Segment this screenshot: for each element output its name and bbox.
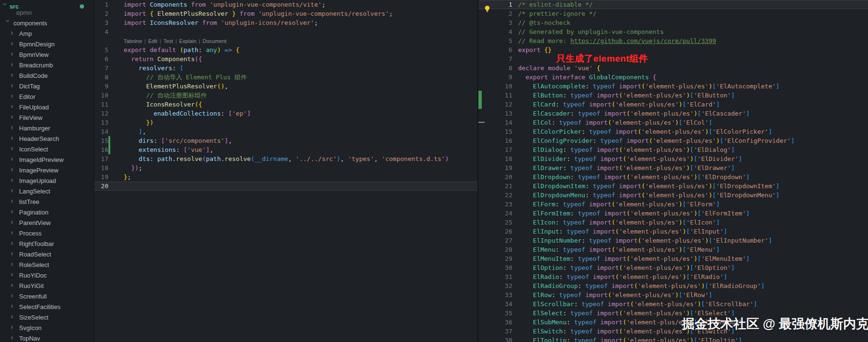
code-line[interactable]: 26 ElInput: typeof import('element-plus/… <box>478 227 868 236</box>
codelens-action-document[interactable]: Document <box>202 38 226 44</box>
code-line[interactable]: 9 export interface GlobalComponents { <box>478 73 868 82</box>
code-line[interactable]: 25 ElIcon: typeof import('element-plus/e… <box>478 218 868 227</box>
sidebar-folder-components[interactable]: › components <box>0 18 94 28</box>
sidebar-item-roleselect[interactable]: ›RoleSelect <box>0 259 94 270</box>
sidebar-item-fileview[interactable]: ›FileView <box>0 112 94 123</box>
code-line[interactable]: 1import Components from 'unplugin-vue-co… <box>94 0 477 9</box>
sidebar-item-righttoolbar[interactable]: ›RightToolbar <box>0 238 94 249</box>
sidebar-item-iconselect[interactable]: ›IconSelect <box>0 144 94 154</box>
sidebar-item-buildcode[interactable]: ›BuildCode <box>0 70 94 81</box>
code-line[interactable]: 14 ], <box>94 127 477 136</box>
code-line[interactable]: 19 ElDrawer: typeof import('element-plus… <box>478 163 868 172</box>
sidebar-item-svgicon[interactable]: ›SvgIcon <box>0 322 94 333</box>
code-line[interactable]: 29 ElMenuItem: typeof import('element-pl… <box>478 254 868 263</box>
code-line[interactable]: 15 ElColorPicker: typeof import('element… <box>478 127 868 136</box>
code-line[interactable]: 3import IconsResolver from 'unplugin-ico… <box>94 18 477 27</box>
code-line[interactable]: 13 }) <box>94 118 477 127</box>
code-line[interactable]: 5// Read more: https://github.com/vuejs/… <box>478 36 868 45</box>
sidebar-item-listtree[interactable]: ›listTree <box>0 196 94 207</box>
explorer-root-row[interactable]: › src <box>0 1 94 11</box>
code-line[interactable]: 30 ElOption: typeof import('element-plus… <box>478 263 868 272</box>
codelens-action-test[interactable]: Test <box>163 38 173 44</box>
code-line[interactable]: 18 ElDivider: typeof import('element-plu… <box>478 154 868 163</box>
sidebar-item-parentview[interactable]: ›ParentView <box>0 217 94 228</box>
sidebar-item-sizeselect[interactable]: ›SizeSelect <box>0 312 94 322</box>
code-line[interactable]: 32 ElRadioGroup: typeof import('element-… <box>478 281 868 290</box>
sidebar-item-headersearch[interactable]: ›HeaderSearch <box>0 133 94 144</box>
code-line[interactable]: 10 // 自动注册图标组件 <box>94 91 477 100</box>
sidebar-item-langselect[interactable]: ›LangSelect <box>0 186 94 196</box>
code-line[interactable]: 14 ElCol: typeof import('element-plus/es… <box>478 118 868 127</box>
code-line[interactable]: 7 resolvers: [ <box>94 64 477 73</box>
sidebar-item-pagination[interactable]: ›Pagination <box>0 207 94 217</box>
code-line[interactable]: 17 dts: path.resolve(path.resolve(__dirn… <box>94 154 477 163</box>
code-line[interactable]: 12 ElCard: typeof import('element-plus/e… <box>478 100 868 109</box>
code-line[interactable]: 21 ElDropdownItem: typeof import('elemen… <box>478 182 868 191</box>
code-line[interactable]: 11 IconsResolver({ <box>94 100 477 109</box>
sidebar-item-bpmnview[interactable]: ›BpmnView <box>0 49 94 60</box>
code-token: ] <box>746 255 750 262</box>
code-token <box>518 182 533 190</box>
code-line[interactable]: 9 ElementPlusResolver(), <box>94 82 477 91</box>
sidebar-item-amp[interactable]: ›Amp <box>0 28 94 39</box>
code-line[interactable]: 22 ElDropdownMenu: typeof import('elemen… <box>478 191 868 200</box>
code-line[interactable]: 38 ElTooltip: typeof import('element-plu… <box>478 336 868 342</box>
code-line[interactable]: 3// @ts-nocheck <box>478 18 868 27</box>
code-line[interactable]: 27 ElInputNumber: typeof import('element… <box>478 236 868 245</box>
codelens-action-tabnine[interactable]: Tabnine <box>124 38 142 44</box>
code-line[interactable]: 4// Generated by unplugin-vue-components <box>478 27 868 36</box>
sidebar-item-breadcrumb[interactable]: ›Breadcrumb <box>0 60 94 70</box>
sidebar-item-ruoyigit[interactable]: ›RuoYiGit <box>0 280 94 291</box>
code-line[interactable]: 10 ElAutocomplete: typeof import('elemen… <box>478 82 868 91</box>
code-line[interactable]: 1/* eslint-disable */ <box>478 0 868 9</box>
code-line[interactable]: 28 ElMenu: typeof import('element-plus/e… <box>478 245 868 254</box>
code-line[interactable]: 16 extensions: ['vue'], <box>94 145 477 154</box>
code-line[interactable]: 24 ElFormItem: typeof import('element-pl… <box>478 209 868 218</box>
code-line[interactable]: 16 ElConfigProvider: typeof import('elem… <box>478 136 868 145</box>
code-line[interactable]: 18 }); <box>94 163 477 172</box>
code-line[interactable]: 7 <box>478 54 868 64</box>
codelens-action-explain[interactable]: Explain <box>179 38 196 44</box>
gutter-spacer <box>108 45 110 54</box>
sidebar-item-bpmndesign[interactable]: ›BpmnDesign <box>0 39 94 49</box>
code-line[interactable]: 2/* prettier-ignore */ <box>478 9 868 18</box>
codelens-action-edit[interactable]: Edit <box>148 38 157 44</box>
code-token: 'element-plus/es' <box>612 119 675 126</box>
sidebar-item-screenfull[interactable]: ›Screenfull <box>0 291 94 301</box>
sidebar-item-process[interactable]: ›Process <box>0 228 94 238</box>
code-line[interactable]: 20 <box>94 182 477 191</box>
sidebar-item-selectfacilities[interactable]: ›SelectFacilities <box>0 301 94 312</box>
sidebar-item-imagepreview[interactable]: ›ImagePreview <box>0 165 94 175</box>
code-line[interactable]: 11 ElButton: typeof import('element-plus… <box>478 91 868 100</box>
sidebar-item-hamburger[interactable]: ›Hamburger <box>0 123 94 133</box>
sidebar-item-fileupload[interactable]: ›FileUpload <box>0 102 94 112</box>
sidebar-item-roadselect[interactable]: ›RoadSelect <box>0 249 94 259</box>
code-line[interactable]: 13 ElCascader: typeof import('element-pl… <box>478 109 868 118</box>
sidebar-item-imageidpreview[interactable]: ›ImageIdPreview <box>0 154 94 165</box>
code-line[interactable]: 34 ElScrollbar: typeof import('element-p… <box>478 299 868 309</box>
sidebar-item-dicttag[interactable]: ›DictTag <box>0 81 94 91</box>
code-line[interactable]: 6export {} <box>478 45 868 54</box>
code-token: 'element-plus/es' <box>630 210 694 217</box>
code-line[interactable]: 33 ElRow: typeof import('element-plus/es… <box>478 290 868 299</box>
code-line[interactable]: 2import { ElementPlusResolver } from 'un… <box>94 9 477 18</box>
code-line[interactable]: 23 ElForm: typeof import('element-plus/e… <box>478 200 868 209</box>
code-line[interactable]: 6 return Components({ <box>94 54 477 64</box>
sidebar-item-imageupload[interactable]: ›ImageUpload <box>0 175 94 186</box>
sidebar-item-clipped[interactable]: › bpmn <box>0 11 94 18</box>
gutter-deleted-marker <box>478 118 482 127</box>
code-line[interactable]: 31 ElRadio: typeof import('element-plus/… <box>478 272 868 281</box>
code-line[interactable]: 8declare module 'vue' { <box>478 64 868 73</box>
sidebar-item-ruoyidoc[interactable]: ›RuoYiDoc <box>0 270 94 280</box>
sidebar-item-topnav[interactable]: ›TopNav <box>0 333 94 342</box>
code-line[interactable]: 8 // 自动导入 Element Plus 组件 <box>94 73 477 82</box>
code-line[interactable]: 20 ElDropdown: typeof import('element-pl… <box>478 172 868 182</box>
code-line[interactable]: 17 ElDialog: typeof import('element-plus… <box>478 145 868 154</box>
code-line[interactable]: 19}; <box>94 172 477 182</box>
code-line[interactable]: 15 dirs: ['src/components'], <box>94 136 477 145</box>
code-token: ( <box>623 319 626 326</box>
code-line[interactable]: 12 enabledCollections: ['ep'] <box>94 109 477 118</box>
sidebar-item-editor[interactable]: ›Editor <box>0 91 94 102</box>
code-line[interactable]: 4 <box>94 27 477 36</box>
code-line[interactable]: 5export default (path: any) => { <box>94 45 477 54</box>
